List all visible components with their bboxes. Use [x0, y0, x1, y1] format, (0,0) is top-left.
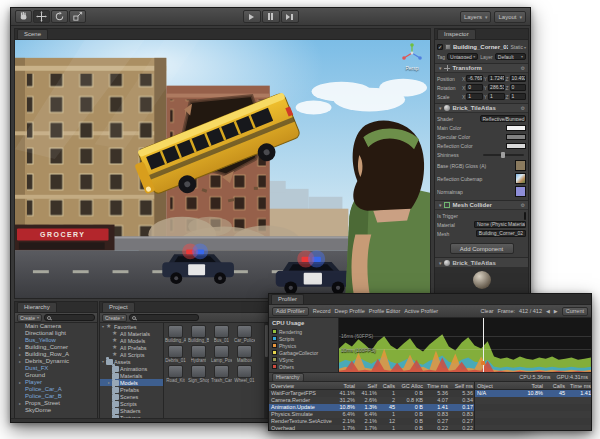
asset-item[interactable]: Bus_01	[211, 325, 232, 343]
hierarchy-item[interactable]: Dust_FX	[15, 365, 97, 372]
y-field[interactable]: 286.53	[488, 84, 504, 91]
column-header[interactable]: Self ms	[450, 382, 475, 389]
profiler-row[interactable]: RenderTexture.SetActive 2.1% 2.1% 12 0 B…	[269, 418, 474, 425]
project-tree-item[interactable]: Shaders	[100, 407, 163, 414]
expand-arrow-icon[interactable]: ▾	[101, 359, 105, 364]
expand-arrow-icon[interactable]: ▸	[107, 380, 111, 385]
active-checkbox[interactable]	[437, 44, 443, 50]
step-button[interactable]	[281, 10, 299, 23]
gear-icon[interactable]: ⚙	[521, 65, 525, 71]
column-header[interactable]: Total	[519, 382, 545, 389]
asset-item[interactable]: Lamp_Post	[211, 345, 232, 363]
x-field[interactable]: 0	[466, 84, 482, 91]
legend-item[interactable]: GarbageCollector	[272, 349, 335, 356]
column-header[interactable]: Time ms	[567, 382, 591, 389]
layout-dropdown[interactable]: Layout	[494, 11, 526, 23]
column-header[interactable]: Object	[475, 382, 519, 389]
shader-dropdown[interactable]: Reflective/Bumped Specular	[480, 115, 527, 122]
z-field[interactable]: 10.492	[510, 75, 526, 82]
prev-frame-button[interactable]: ◀	[546, 308, 550, 314]
project-tree-item[interactable]: ▾ Assets	[100, 358, 163, 365]
asset-item[interactable]: Sign_Shop	[188, 365, 209, 383]
gameobject-name[interactable]: Building_Corner_02	[453, 44, 508, 50]
active-profiler-dropdown[interactable]: Active Profiler	[404, 308, 438, 314]
hierarchy-item[interactable]: ▸ Building_Row_A	[15, 351, 97, 358]
hierarchy-item[interactable]: Bus_Yellow	[15, 337, 97, 344]
deep-profile-toggle[interactable]: Deep Profile	[334, 308, 364, 314]
create-dropdown[interactable]: Create	[17, 314, 42, 322]
tag-dropdown[interactable]: Untagged	[447, 53, 478, 60]
project-tree-item[interactable]: Materials	[100, 372, 163, 379]
texture-thumbnail[interactable]	[515, 173, 526, 184]
is-trigger-checkbox[interactable]	[524, 212, 526, 220]
hierarchy-item[interactable]: Directional light	[15, 330, 97, 337]
y-field[interactable]: 1	[488, 93, 504, 100]
expand-arrow-icon[interactable]: ▸	[19, 344, 23, 351]
z-field[interactable]: 0	[510, 84, 526, 91]
foldout-icon[interactable]	[438, 65, 442, 71]
project-tree-item[interactable]: All Scripts	[100, 351, 163, 358]
view-mode-dropdown[interactable]: Hierarchy	[272, 373, 304, 382]
hierarchy-item[interactable]: ▸ Debris_Dynamic	[15, 358, 97, 365]
pause-button[interactable]	[262, 10, 280, 23]
color-swatch[interactable]	[506, 125, 526, 131]
scale-tool-button[interactable]	[69, 10, 86, 23]
column-header[interactable]: Calls	[545, 382, 567, 389]
project-tree-item[interactable]: All Models	[100, 337, 163, 344]
asset-item[interactable]: Debris_01	[165, 345, 186, 363]
foldout-icon[interactable]	[438, 260, 442, 266]
create-dropdown[interactable]: Create	[102, 314, 127, 322]
expand-arrow-icon[interactable]: ▸	[19, 351, 23, 358]
asset-item[interactable]: Building_A	[165, 325, 186, 343]
z-field[interactable]: 1	[510, 93, 526, 100]
expand-arrow-icon[interactable]: ▾	[101, 324, 105, 329]
foldout-icon[interactable]	[438, 105, 442, 111]
search-input[interactable]	[44, 314, 95, 321]
material-preview-header[interactable]: Brick_TileAtlas	[435, 257, 528, 267]
foldout-icon[interactable]	[438, 202, 442, 208]
play-button[interactable]	[243, 10, 261, 23]
column-header[interactable]: Overview	[269, 382, 333, 389]
project-tree-item[interactable]: Scenes	[100, 393, 163, 400]
project-tree-item[interactable]: Prefabs	[100, 386, 163, 393]
search-input[interactable]	[129, 314, 199, 321]
column-header[interactable]: Calls	[379, 382, 397, 389]
project-tree-item[interactable]: All Materials	[100, 330, 163, 337]
texture-thumbnail[interactable]	[515, 160, 526, 171]
move-tool-button[interactable]	[33, 10, 50, 23]
asset-item[interactable]: Hydrant	[188, 345, 209, 363]
clear-button[interactable]: Clear	[480, 308, 493, 314]
x-field[interactable]: -6.7695	[466, 75, 482, 82]
asset-item[interactable]: Wheel_01	[234, 365, 255, 383]
scene-viewport[interactable]: GROCERY	[15, 40, 430, 298]
hierarchy-item[interactable]: Main Camera	[15, 323, 97, 330]
color-swatch[interactable]	[506, 143, 526, 149]
tab-hierarchy[interactable]: Hierarchy	[17, 302, 57, 312]
static-dropdown[interactable]: Static	[510, 44, 526, 50]
column-header[interactable]: Self	[357, 382, 379, 389]
project-tree-item[interactable]: ▸ Models	[100, 379, 163, 386]
mesh-collider-component-header[interactable]: Mesh Collider ⚙	[435, 200, 528, 210]
cpu-usage-graph[interactable]: 16ms (60FPS) 10ms (100FPS)	[339, 318, 591, 372]
column-header[interactable]: Time ms	[425, 382, 450, 389]
legend-item[interactable]: Rendering	[272, 328, 335, 335]
hierarchy-item[interactable]: SkyDome	[15, 407, 97, 414]
slider-knob[interactable]	[501, 152, 505, 158]
hierarchy-item[interactable]: Police_Car_A	[15, 386, 97, 393]
gear-icon[interactable]: ⚙	[521, 105, 525, 111]
material-component-header[interactable]: Brick_TileAtlas ⚙	[435, 103, 528, 113]
next-frame-button[interactable]: ▶	[554, 308, 558, 314]
tab-inspector[interactable]: Inspector	[437, 29, 476, 39]
asset-item[interactable]: Road_Kit	[165, 365, 186, 383]
current-frame-button[interactable]: Current	[562, 307, 588, 316]
x-field[interactable]: 1	[466, 93, 482, 100]
asset-item[interactable]: Mailbox	[234, 345, 255, 363]
detail-row[interactable]: N/A 10.8% 45 1.41	[475, 390, 591, 397]
hierarchy-item[interactable]: ▸ Player	[15, 379, 97, 386]
asset-item[interactable]: Trash_Can	[211, 365, 232, 383]
expand-arrow-icon[interactable]: ▸	[19, 358, 23, 365]
legend-item[interactable]: Physics	[272, 342, 335, 349]
cpu-usage-module[interactable]: CPU Usage Rendering Scripts P	[269, 318, 339, 372]
project-tree-item[interactable]: Animations	[100, 365, 163, 372]
persp-label[interactable]: Persp	[399, 65, 425, 71]
